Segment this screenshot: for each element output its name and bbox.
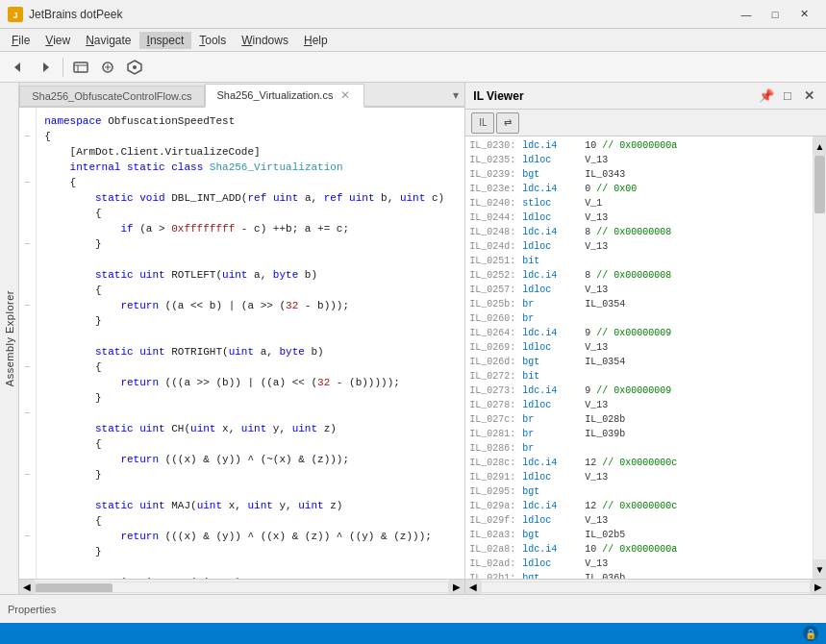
list-item: IL_0235: ldloc V_13 bbox=[465, 153, 813, 167]
il-scroll-track bbox=[813, 156, 826, 559]
list-item: IL_02a8: ldc.i4 10 // 0x0000000a bbox=[465, 542, 813, 557]
list-item: IL_024d: ldloc V_13 bbox=[465, 239, 813, 254]
svg-point-11 bbox=[133, 65, 137, 69]
list-item: IL_0286: br bbox=[465, 441, 813, 456]
list-item: IL_0230: ldc.i4 10 // 0x0000000a bbox=[465, 138, 813, 153]
scroll-right-button[interactable]: ▶ bbox=[449, 580, 464, 595]
editor-gutter: − − − − − − bbox=[19, 108, 37, 579]
list-item: IL_027c: br IL_028b bbox=[465, 412, 813, 427]
il-viewer-panel: IL Viewer 📌 □ ✕ IL ⇄ IL_0230: ldc.i4 10 … bbox=[465, 83, 826, 594]
toolbar-btn-3[interactable] bbox=[122, 56, 147, 79]
il-scroll-up[interactable]: ▲ bbox=[813, 136, 826, 156]
editor-area: Sha256_ObfuscateControlFlow.cs Sha256_Vi… bbox=[19, 83, 465, 594]
maximize-button[interactable]: □ bbox=[761, 5, 789, 24]
tab-bar: Sha256_ObfuscateControlFlow.cs Sha256_Vi… bbox=[19, 83, 464, 108]
app-title: JetBrains dotPeek bbox=[29, 8, 732, 21]
tab-sha256-obfuscate[interactable]: Sha256_ObfuscateControlFlow.cs bbox=[19, 86, 204, 106]
list-item: IL_026d: bgt IL_0354 bbox=[465, 355, 813, 369]
tab-sha256-virtualization[interactable]: Sha256_Virtualization.cs ✕ bbox=[205, 84, 365, 108]
list-item: IL_0257: ldloc V_13 bbox=[465, 283, 813, 297]
status-icon: 🔒 bbox=[803, 626, 818, 641]
list-item: IL_0281: br IL_039b bbox=[465, 427, 813, 441]
properties-label: Properties bbox=[8, 604, 56, 615]
il-btn-1[interactable]: IL bbox=[471, 112, 494, 134]
toolbar-sep-1 bbox=[63, 58, 63, 77]
il-viewer-toolbar: IL ⇄ bbox=[465, 110, 826, 136]
assembly-explorer-panel: Assembly Explorer bbox=[0, 83, 19, 594]
il-scroll-track-h[interactable] bbox=[481, 582, 811, 593]
il-viewer-title: IL Viewer bbox=[473, 89, 757, 103]
svg-marker-2 bbox=[14, 62, 20, 72]
list-item: IL_0251: bit bbox=[465, 254, 813, 268]
toolbar-btn-2[interactable] bbox=[95, 56, 120, 79]
menu-navigate[interactable]: Navigate bbox=[78, 32, 138, 49]
minimize-button[interactable]: — bbox=[732, 5, 761, 24]
app-icon: J bbox=[8, 7, 23, 22]
menu-view[interactable]: View bbox=[38, 32, 78, 49]
list-item: IL_0291: ldloc V_13 bbox=[465, 470, 813, 484]
svg-rect-4 bbox=[74, 62, 88, 72]
list-item: IL_025b: br IL_0354 bbox=[465, 297, 813, 311]
list-item: IL_029f: ldloc V_13 bbox=[465, 513, 813, 528]
list-item: IL_0269: ldloc V_13 bbox=[465, 340, 813, 355]
il-viewer-header: IL Viewer 📌 □ ✕ bbox=[465, 83, 826, 110]
il-pin-button[interactable]: 📌 bbox=[757, 87, 776, 105]
menu-windows[interactable]: Windows bbox=[234, 32, 296, 49]
list-item: IL_028c: ldc.i4 12 // 0x0000000c bbox=[465, 456, 813, 470]
tab-close-button[interactable]: ✕ bbox=[338, 88, 352, 102]
menu-help[interactable]: Help bbox=[296, 32, 336, 49]
list-item: IL_0252: ldc.i4 8 // 0x00000008 bbox=[465, 268, 813, 283]
svg-text:J: J bbox=[13, 11, 17, 20]
il-vertical-scrollbar[interactable]: ▲ ▼ bbox=[813, 136, 826, 579]
list-item: IL_0260: br bbox=[465, 311, 813, 326]
list-item: IL_0278: ldloc V_13 bbox=[465, 398, 813, 412]
scroll-left-button[interactable]: ◀ bbox=[19, 580, 35, 595]
list-item: IL_0272: bit bbox=[465, 369, 813, 384]
il-close-button[interactable]: ✕ bbox=[799, 87, 818, 105]
list-item: IL_02a3: bgt IL_02b5 bbox=[465, 528, 813, 542]
il-scroll-down[interactable]: ▼ bbox=[813, 559, 826, 579]
il-horizontal-scrollbar[interactable]: ◀ ▶ bbox=[465, 579, 826, 594]
forward-button[interactable] bbox=[33, 56, 58, 79]
tab-dropdown-button[interactable]: ▾ bbox=[447, 85, 464, 106]
il-scroll-thumb[interactable] bbox=[814, 156, 825, 213]
list-item: IL_0239: bgt IL_0343 bbox=[465, 167, 813, 182]
code-content[interactable]: namespace ObfuscationSpeedTest { [ArmDot… bbox=[37, 108, 464, 579]
assembly-explorer-label: Assembly Explorer bbox=[4, 290, 15, 386]
list-item: IL_0248: ldc.i4 8 // 0x00000008 bbox=[465, 225, 813, 239]
il-float-button[interactable]: □ bbox=[778, 87, 797, 105]
list-item: IL_0240: stloc V_1 bbox=[465, 196, 813, 211]
close-button[interactable]: ✕ bbox=[789, 5, 818, 24]
il-scroll-right[interactable]: ▶ bbox=[811, 580, 826, 595]
back-button[interactable] bbox=[6, 56, 31, 79]
scroll-track[interactable] bbox=[35, 582, 449, 593]
il-scroll-left[interactable]: ◀ bbox=[465, 580, 481, 595]
status-bar: 🔒 bbox=[0, 623, 826, 644]
il-viewer-controls: 📌 □ ✕ bbox=[757, 87, 818, 105]
list-item: IL_0264: ldc.i4 9 // 0x00000009 bbox=[465, 326, 813, 340]
scroll-thumb[interactable] bbox=[36, 583, 113, 593]
list-item: IL_0295: bgt bbox=[465, 484, 813, 499]
list-item: IL_029a: ldc.i4 12 // 0x0000000c bbox=[465, 499, 813, 513]
il-content[interactable]: IL_0230: ldc.i4 10 // 0x0000000a IL_0235… bbox=[465, 136, 813, 579]
menu-tools[interactable]: Tools bbox=[191, 32, 234, 49]
list-item: IL_023e: ldc.i4 0 // 0x00 bbox=[465, 182, 813, 196]
list-item: IL_02b1: bgt IL_036b bbox=[465, 571, 813, 579]
menu-inspect[interactable]: Inspect bbox=[139, 32, 192, 49]
properties-bar: Properties bbox=[0, 594, 826, 623]
list-item: IL_02ad: ldloc V_13 bbox=[465, 557, 813, 571]
code-editor: − − − − − − bbox=[19, 108, 464, 579]
editor-horizontal-scrollbar[interactable]: ◀ ▶ bbox=[19, 579, 464, 594]
svg-marker-3 bbox=[43, 62, 49, 72]
toolbar-btn-1[interactable] bbox=[68, 56, 93, 79]
list-item: IL_0244: ldloc V_13 bbox=[465, 211, 813, 225]
il-btn-2[interactable]: ⇄ bbox=[496, 112, 519, 134]
menu-file[interactable]: File bbox=[4, 32, 38, 49]
list-item: IL_0273: ldc.i4 9 // 0x00000009 bbox=[465, 384, 813, 398]
toolbar bbox=[0, 52, 826, 83]
window-controls: — □ ✕ bbox=[732, 5, 818, 24]
menu-bar: File View Navigate Inspect Tools Windows… bbox=[0, 29, 826, 52]
title-bar: J JetBrains dotPeek — □ ✕ bbox=[0, 0, 826, 29]
main-area: Assembly Explorer Sha256_ObfuscateContro… bbox=[0, 83, 826, 594]
